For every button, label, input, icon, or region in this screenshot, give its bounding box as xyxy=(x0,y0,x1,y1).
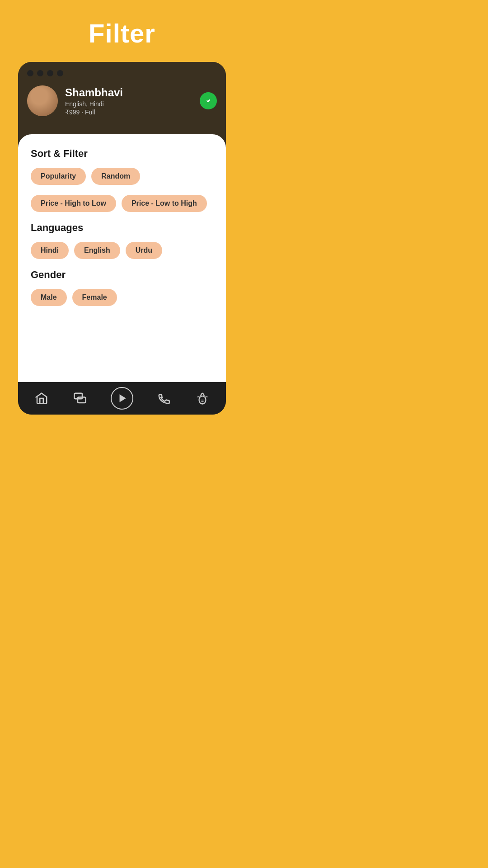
astrologer-info: Shambhavi English, Hindi ₹999 · Full xyxy=(65,86,192,116)
language-chips-row: Hindi English Urdu xyxy=(31,242,213,259)
astro-icon xyxy=(195,391,210,406)
hindi-chip[interactable]: Hindi xyxy=(31,242,69,259)
popularity-chip[interactable]: Popularity xyxy=(31,168,86,185)
price-high-low-chip[interactable]: Price - High to Low xyxy=(31,195,116,212)
sort-chips-row-2: Price - High to Low Price - Low to High xyxy=(31,195,213,212)
phone-frame: Shambhavi English, Hindi ₹999 · Full Sor… xyxy=(18,62,226,415)
svg-marker-2 xyxy=(120,394,126,402)
dot-2 xyxy=(37,70,43,76)
gender-section: Gender Male Female xyxy=(31,269,213,306)
astrologer-row: Shambhavi English, Hindi ₹999 · Full xyxy=(27,85,217,116)
languages-section: Languages Hindi English Urdu xyxy=(31,222,213,259)
avatar xyxy=(27,85,58,116)
chat-icon xyxy=(72,391,88,406)
sort-chips-row-1: Popularity Random xyxy=(31,168,213,185)
phone-icon xyxy=(156,391,172,406)
languages-title: Languages xyxy=(31,222,213,234)
astrologer-price: ₹999 · Full xyxy=(65,108,192,116)
bottom-nav xyxy=(18,382,226,415)
male-chip[interactable]: Male xyxy=(31,289,67,306)
bottom-sheet: Sort & Filter Popularity Random Price - … xyxy=(18,134,226,382)
play-icon xyxy=(111,387,133,410)
nav-home[interactable] xyxy=(34,391,49,406)
dot-1 xyxy=(27,70,33,76)
sort-filter-title: Sort & Filter xyxy=(31,148,213,160)
female-chip[interactable]: Female xyxy=(72,289,117,306)
nav-play[interactable] xyxy=(111,387,133,410)
price-low-high-chip[interactable]: Price - Low to High xyxy=(122,195,207,212)
nav-call[interactable] xyxy=(156,391,172,406)
random-chip[interactable]: Random xyxy=(91,168,140,185)
urdu-chip[interactable]: Urdu xyxy=(126,242,162,259)
astrologer-languages: English, Hindi xyxy=(65,100,192,108)
home-icon xyxy=(34,391,49,406)
verified-badge xyxy=(200,92,217,109)
dot-4 xyxy=(57,70,63,76)
pagination-dots xyxy=(27,70,217,76)
english-chip[interactable]: English xyxy=(74,242,120,259)
nav-chat[interactable] xyxy=(72,391,88,406)
astrologer-name: Shambhavi xyxy=(65,86,192,99)
gender-chips-row: Male Female xyxy=(31,289,213,306)
page-header: Filter xyxy=(0,0,244,62)
page-title: Filter xyxy=(0,18,244,48)
dot-3 xyxy=(47,70,53,76)
gender-title: Gender xyxy=(31,269,213,281)
nav-astro[interactable] xyxy=(195,391,210,406)
